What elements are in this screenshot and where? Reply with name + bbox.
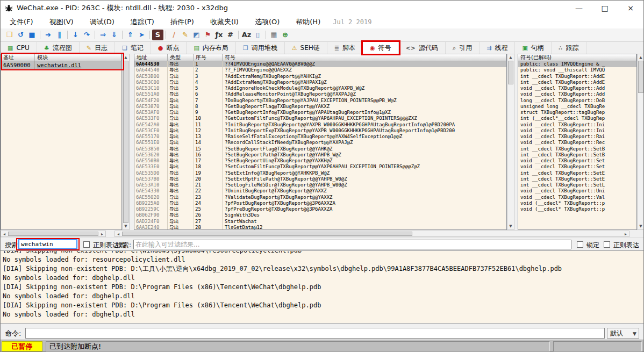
symbol-row[interactable]: 6AE54330 导出 22 ?UninitBugReport@TXBugRep…: [134, 188, 506, 194]
detach-icon[interactable]: ▯: [252, 30, 263, 40]
minimize-icon[interactable]: —: [566, 1, 592, 16]
undecorated-symbol-row[interactable]: int __cdecl TXBugReport::SetL: [518, 182, 636, 188]
symbol-row[interactable]: 6B9225A0 导出 24 ?pfPostBugReport@TXBugRep…: [134, 200, 506, 206]
step-into-icon[interactable]: ↓: [70, 30, 81, 40]
undecorated-symbol-row[interactable]: int __cdecl TXBugReport::AddE: [518, 80, 636, 85]
symbol-row[interactable]: 6AE533F0 导出 10 ?GetCustomFiltFunc@TXBugR…: [134, 116, 506, 121]
undecorated-symbol-row[interactable]: int (__cdecl*__cdecl TXBugRep: [518, 116, 636, 121]
separator-icon[interactable]: [166, 31, 166, 39]
run-to-user-code-icon[interactable]: ➤: [136, 30, 147, 40]
symbols-col-address[interactable]: 地址: [134, 54, 168, 61]
module-search-input[interactable]: [18, 239, 77, 249]
undecorated-symbol-row[interactable]: void __cdecl TXBugReport::Ini: [518, 128, 636, 134]
modules-col-base[interactable]: 基址: [1, 54, 35, 61]
symbol-row[interactable]: 6AE53A10 导出 21 ?SetLogFileMd5Dir@TXBugRe…: [134, 182, 506, 188]
symbol-row[interactable]: 6AE533E0 导出 18 ?SetCustomFiltFunc@TXBugR…: [134, 164, 506, 170]
modules-col-module[interactable]: 模块: [35, 54, 121, 61]
undecorated-symbol-row[interactable]: int __cdecl TXBugReport::AddE: [518, 74, 636, 80]
module-regex-checkbox[interactable]: [83, 241, 90, 248]
scroll-right-icon[interactable]: ▸: [99, 232, 105, 236]
log-output[interactable]: [DIA] Skipping non-existent PDB: C:\Wind…: [1, 250, 643, 324]
undecorated-symbol-row[interactable]: public: void __thiscall IMVQQ: [518, 67, 636, 73]
command-input[interactable]: [25, 328, 605, 339]
scrollbar-thumb[interactable]: [122, 232, 412, 236]
source-tab[interactable]: <> 源代码: [399, 42, 446, 54]
separator-icon[interactable]: [67, 31, 68, 39]
restart-icon[interactable]: ↺: [15, 30, 26, 40]
symbol-row[interactable]: 6AD224F0 导出 27 StartWachat: [134, 219, 506, 225]
undecorated-symbol-row[interactable]: int __cdecl TXBugReport::SetB: [518, 146, 636, 152]
undecorated-symbol-row[interactable]: void __cdecl TXBugReport::Add: [518, 91, 636, 97]
undecorated-symbol-row[interactable]: public: class IMVQQEngine & _: [518, 61, 636, 67]
execute-till-return-icon[interactable]: ⇒: [97, 30, 109, 40]
symbol-row[interactable]: 6AE542A0 导出 11 ?InitBugReport@TXBugRepor…: [134, 122, 506, 128]
open-file-icon[interactable]: ❒: [4, 30, 15, 40]
symbol-row[interactable]: 6AE53870 导出 8 ?GetBugReportFlag@TXBugRep…: [134, 104, 506, 110]
symbol-row[interactable]: 6AE53B00 导出 3 ?AddExtraMem@TXBugReport@@…: [134, 74, 506, 80]
symbol-row[interactable]: 6AE550B0 导出 17 ?SetBugReportUin@TXBugRep…: [134, 158, 506, 164]
symbol-row[interactable]: 6AE537B0 导出 20 ?SetExtRptFilePath@TXBugR…: [134, 176, 506, 182]
threads-tab[interactable]: ⇉ 线程: [480, 42, 515, 54]
pause-icon[interactable]: ‖: [54, 30, 65, 40]
separator-icon[interactable]: [238, 31, 239, 39]
undecorated-symbol-row[interactable]: int __cdecl TXBugReport::SetE: [518, 176, 636, 182]
stop-icon[interactable]: ■: [26, 30, 38, 40]
debug-menu[interactable]: 调试(D): [82, 16, 123, 28]
maximize-icon[interactable]: □: [592, 1, 618, 16]
help-menu[interactable]: 帮助(H): [288, 16, 328, 28]
log-tab[interactable]: ✎ 日志: [80, 42, 115, 54]
scrollbar-thumb[interactable]: [8, 232, 98, 236]
symbols-tab[interactable]: ◉ 符号: [363, 42, 399, 54]
symbols-col-symbol[interactable]: 符号: [223, 54, 506, 61]
undecorated-symbol-row[interactable]: unsigned long __cdecl TXBugRe: [518, 104, 636, 110]
globe-icon[interactable]: ⊕: [280, 30, 291, 40]
scroll-up-icon[interactable]: ▲: [638, 54, 644, 61]
symbol-row[interactable]: 6AE53C00 导出 4 ?AddExtraMem@TXBugReport@@…: [134, 80, 506, 85]
symbol-row[interactable]: 6AE53620 导出 16 ?SetBugReportPath@TXBugRe…: [134, 152, 506, 158]
separator-icon[interactable]: [149, 31, 150, 39]
scrollbar-thumb[interactable]: [638, 61, 643, 93]
settings-icon[interactable]: S: [152, 30, 163, 40]
breakpoints-tab[interactable]: ● 断点: [151, 42, 187, 54]
symbols-col-type[interactable]: 类型: [168, 54, 194, 61]
seh-chain-tab[interactable]: ⚠ SEH链: [285, 42, 327, 54]
undecorated-symbol-row[interactable]: void __cdecl TXBugReport::Rai: [518, 134, 636, 140]
patches-icon[interactable]: ∕: [168, 30, 180, 40]
symbol-row[interactable]: 6AE53CF0 导出 12 ?InitBugReportEx@TXBugRep…: [134, 128, 506, 134]
separator-icon[interactable]: [122, 31, 123, 39]
separator-icon[interactable]: [266, 31, 266, 39]
symbol-regex-checkbox[interactable]: [604, 241, 610, 248]
undecorated-symbol-row[interactable]: void __cdecl TXBugReport::Add: [518, 85, 636, 91]
symbol-row[interactable]: 6AA3E240 导出 28 TlsGetData@12: [134, 225, 506, 230]
trace-tab[interactable]: ∴ 跟踪: [552, 42, 586, 54]
call-stack-tab[interactable]: ❐ 调用堆栈: [236, 42, 285, 54]
module-row[interactable]: 6A590000 wechatwin.dll: [1, 61, 121, 69]
modules-horizontal-scrollbar[interactable]: ◂ ▸: [1, 231, 106, 237]
undecorated-symbol-row[interactable]: void __cdecl TXBugReport::Set: [518, 158, 636, 164]
undecorated-symbol-row[interactable]: void (__cdecl* TXBugReport::p: [518, 200, 636, 206]
cpu-tab[interactable]: ▦ CPU: [1, 42, 37, 54]
script-tab[interactable]: ≣ 脚本: [327, 42, 363, 54]
undecorated-symbol-row[interactable]: void __cdecl TXBugReport::Ini: [518, 122, 636, 128]
symbol-row[interactable]: 6AE55020 导出 23 ?ValidateBugReport@TXBugR…: [134, 195, 506, 200]
symbol-row[interactable]: 6AE535D0 导出 19 ?SetExtInfo@TXBugReport@@…: [134, 170, 506, 176]
scrollbar-thumb[interactable]: [508, 61, 513, 84]
undecorated-symbol-row[interactable]: void __cdecl TXBugReport::Uni: [518, 188, 636, 194]
text-encoding-icon[interactable]: Az: [241, 30, 252, 40]
view-menu[interactable]: 视图(V): [41, 16, 82, 28]
labels-icon[interactable]: ◩: [191, 30, 202, 40]
symbol-row[interactable]: 6AE551E0 导出 14 ?RecordCallStackIfNeed@TX…: [134, 140, 506, 146]
separator-icon[interactable]: [40, 31, 40, 39]
undecorated-vertical-scrollbar[interactable]: ▲ ▼: [637, 54, 644, 230]
scroll-left-icon[interactable]: ◂: [1, 232, 8, 236]
scroll-down-icon[interactable]: ▼: [507, 223, 514, 229]
functions-icon[interactable]: ƒx: [213, 30, 225, 40]
undecorated-symbol-row[interactable]: struct TXBugReport::tagBugRep: [518, 110, 636, 116]
notes-tab[interactable]: ❏ 笔记: [115, 42, 151, 54]
string-references-icon[interactable]: #: [225, 30, 236, 40]
panel-splitter[interactable]: [130, 54, 134, 230]
scroll-right-icon[interactable]: ▸: [622, 232, 629, 236]
scroll-up-icon[interactable]: ▲: [123, 54, 129, 61]
undecorated-symbol-row[interactable]: void (__cdecl* TXBugReport::p: [518, 206, 636, 212]
run-icon[interactable]: ➜: [42, 30, 54, 40]
